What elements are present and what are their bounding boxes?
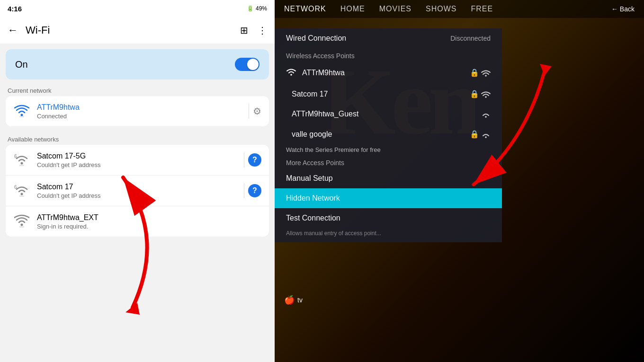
info-badge-satcom17[interactable]: ? xyxy=(248,184,261,197)
tv-back-button[interactable]: ← Back xyxy=(611,5,635,13)
current-network-label: Current network xyxy=(0,83,275,96)
overlay-item-hidden[interactable]: Hidden Network xyxy=(275,188,502,208)
network-status-satcom17: Couldn't get IP address xyxy=(37,192,237,199)
overlay-item-name-attguest: ATTrM9htwa_Guest xyxy=(292,110,358,118)
network-action-satcom17: ? xyxy=(244,183,261,198)
overlay-item-name-test: Test Connection xyxy=(286,214,340,222)
wifi-icon-satcom5g: 6 xyxy=(13,151,30,168)
apple-tv-area: 🍎 tv xyxy=(284,295,303,305)
current-network-item[interactable]: ATTrM9htwa Connected ⚙ xyxy=(6,96,269,126)
overlay-item-attguest[interactable]: ATTrM9htwa_Guest xyxy=(275,104,502,124)
overlay-item-vallegoogle[interactable]: valle google 🔒 xyxy=(275,124,502,144)
divider xyxy=(244,183,244,198)
lock-icon-vallegoogle: 🔒 xyxy=(470,130,479,139)
overlay-item-test[interactable]: Test Connection xyxy=(275,208,502,228)
svg-point-12 xyxy=(290,74,292,76)
current-network-name: ATTrM9htwa xyxy=(37,103,242,112)
svg-point-14 xyxy=(485,96,487,98)
network-item-satcom17[interactable]: 6 Satcom 17 Couldn't get IP address ? xyxy=(6,176,269,206)
apple-tv-label: tv xyxy=(297,296,303,304)
lock-wifi-icons-satcom17: 🔒 xyxy=(470,89,491,98)
wifi-toggle-card: On xyxy=(6,49,269,79)
wifi-toggle-label: On xyxy=(15,59,28,70)
overlay-item-manual[interactable]: Manual Setup xyxy=(275,168,502,188)
overlay-item-name-attrm9: ATTrM9htwa xyxy=(302,69,345,77)
tv-nav-shows[interactable]: SHOWS xyxy=(426,5,456,13)
svg-point-8 xyxy=(21,224,23,226)
network-name-satcom5g: Satcom 17-5G xyxy=(37,152,237,160)
current-network-actions: ⚙ xyxy=(249,104,261,119)
svg-point-15 xyxy=(485,116,487,118)
info-badge-satcom5g[interactable]: ? xyxy=(248,153,261,167)
wifi-toggle-switch[interactable] xyxy=(235,58,259,71)
network-name-attrext: ATTrM9htwa_EXT xyxy=(37,213,261,222)
network-name-satcom17: Satcom 17 xyxy=(37,183,237,191)
wired-connection-item[interactable]: Wired Connection Disconnected xyxy=(275,28,502,48)
network-status-attrext: Sign-in is required. xyxy=(37,223,261,230)
battery-icon: 🔋 xyxy=(247,5,254,12)
divider xyxy=(249,104,249,119)
svg-point-16 xyxy=(485,136,487,138)
tv-panel: Ken Network HOME MOVIES SHOWS FREE ← Bac… xyxy=(275,0,644,362)
svg-point-13 xyxy=(485,75,487,77)
network-item-attrext[interactable]: ATTrM9htwa_EXT Sign-in is required. xyxy=(6,206,269,237)
overlay-item-left-attguest: ATTrM9htwa_Guest xyxy=(286,110,358,118)
overlay-item-left-satcom17: Satcom 17 xyxy=(286,90,328,98)
more-desc: Allows manual entry of access point... xyxy=(275,228,502,242)
available-networks-section: Available networks 6 Satcom 17-5G Couldn… xyxy=(0,132,275,237)
tv-nav-free[interactable]: FREE xyxy=(471,5,493,13)
more-options-icon[interactable]: ⋮ xyxy=(258,25,267,36)
network-action-satcom5g: ? xyxy=(244,152,261,168)
watch-series-text: Watch the Series Premiere for free xyxy=(275,144,502,155)
lock-icon-attrm9: 🔒 xyxy=(470,68,479,77)
back-button[interactable]: ← xyxy=(8,24,18,36)
wireless-section-label: Wireless Access Points xyxy=(275,48,502,62)
svg-point-0 xyxy=(21,114,23,116)
svg-rect-1 xyxy=(19,116,24,117)
svg-point-3 xyxy=(21,162,23,165)
current-network-info: ATTrM9htwa Connected xyxy=(37,103,242,120)
battery-percent: 49% xyxy=(256,5,267,12)
network-info-satcom17: Satcom 17 Couldn't get IP address xyxy=(37,183,237,199)
tv-nav-movies[interactable]: MOVIES xyxy=(379,5,411,13)
overlay-item-name-vallegoogle: valle google xyxy=(292,130,332,139)
wifi-icon-satcom17: 6 xyxy=(13,182,30,199)
wifi-signal-icon xyxy=(13,103,30,120)
wired-connection-status: Disconnected xyxy=(450,35,491,42)
more-section-label: More Access Points xyxy=(275,155,502,168)
lock-icon-satcom17: 🔒 xyxy=(470,89,479,98)
wired-connection-label: Wired Connection xyxy=(286,34,346,43)
lock-wifi-icons-attrm9: 🔒 xyxy=(470,68,491,77)
network-item-satcom-5g[interactable]: 6 Satcom 17-5G Couldn't get IP address ? xyxy=(6,145,269,176)
overlay-item-satcom17[interactable]: Satcom 17 🔒 xyxy=(275,84,502,104)
lock-wifi-icons-vallegoogle: 🔒 xyxy=(470,130,491,139)
qr-icon[interactable]: ⊞ xyxy=(240,25,248,36)
apple-icon: 🍎 xyxy=(284,295,295,305)
status-bar: 4:16 🔋 49% xyxy=(0,0,275,17)
status-icons: 🔋 49% xyxy=(247,5,267,12)
wifi-icon-attrext xyxy=(13,213,30,230)
current-network-status: Connected xyxy=(37,113,242,120)
wifi-icon-attrm9 xyxy=(286,67,296,78)
settings-gear-icon[interactable]: ⚙ xyxy=(253,106,261,117)
network-info-attrext: ATTrM9htwa_EXT Sign-in is required. xyxy=(37,213,261,230)
toggle-knob xyxy=(247,59,259,70)
overlay-item-left-attrm9: ATTrM9htwa xyxy=(286,67,345,78)
tv-nav-home[interactable]: HOME xyxy=(340,5,365,13)
svg-point-6 xyxy=(21,193,23,195)
tv-nav-network[interactable]: Network xyxy=(284,5,326,13)
wifi-toolbar: ← Wi-Fi ⊞ ⋮ xyxy=(0,17,275,44)
svg-rect-4 xyxy=(19,165,24,166)
divider xyxy=(244,152,244,168)
toolbar-title: Wi-Fi xyxy=(26,24,233,36)
overlay-item-attrm9[interactable]: ATTrM9htwa 🔒 xyxy=(275,62,502,84)
network-info-satcom5g: Satcom 17-5G Couldn't get IP address xyxy=(37,152,237,168)
available-networks-card: 6 Satcom 17-5G Couldn't get IP address ? xyxy=(6,145,269,237)
network-settings-overlay: Wired Connection Disconnected Wireless A… xyxy=(275,28,502,242)
overlay-item-left-vallegoogle: valle google xyxy=(286,130,332,139)
toolbar-action-icons: ⊞ ⋮ xyxy=(240,25,267,36)
overlay-item-name-satcom17: Satcom 17 xyxy=(292,90,328,98)
lock-wifi-icons-attguest xyxy=(481,110,491,118)
svg-rect-9 xyxy=(19,226,24,228)
svg-marker-11 xyxy=(125,303,140,315)
